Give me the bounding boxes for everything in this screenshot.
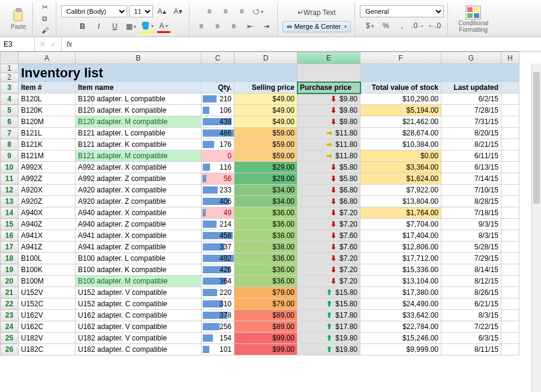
cell-total[interactable]: $0.00 [360,150,441,162]
col-header-C[interactable]: C [202,52,235,64]
cell-date[interactable]: 8/12/15 [441,276,501,287]
cell-item[interactable]: U152C [19,298,76,310]
cell-sell[interactable]: $36.00 [235,219,297,230]
cell-buy[interactable]: ➡ $11.80 [297,139,360,150]
row-header-8[interactable]: 8 [1,139,19,150]
row-header-15[interactable]: 15 [1,219,19,230]
cell-empty[interactable] [501,116,519,128]
cell-total[interactable]: $3,364.00 [360,162,441,173]
cell-date[interactable]: 7/28/15 [441,105,501,116]
cell-qty[interactable]: 492 [202,253,235,264]
cell-sell[interactable]: $49.00 [235,94,297,105]
underline-button[interactable]: U [108,20,122,33]
align-right-icon[interactable]: ≡ [227,20,241,33]
row-header-18[interactable]: 18 [1,253,19,264]
cell-F1[interactable] [360,64,519,82]
cell-sell[interactable]: $29.00 [235,162,297,173]
cell-date[interactable]: 8/20/15 [441,128,501,139]
cell-total[interactable]: $5,194.00 [360,105,441,116]
vertical-scrollbar[interactable] [531,64,541,392]
cell-empty[interactable] [501,264,519,276]
decrease-indent-icon[interactable]: ⇤ [243,20,257,33]
conditional-formatting-button[interactable]: Conditional Formatting [453,4,494,34]
cell-buy[interactable]: ⬇ $6.80 [297,185,360,196]
cell-empty[interactable] [501,207,519,219]
cell-total[interactable]: $28,674.00 [360,128,441,139]
cell-item[interactable]: B100M [19,276,76,287]
cell-item[interactable]: B120L [19,94,76,105]
cell-date[interactable]: 8/21/15 [441,139,501,150]
cell-date[interactable]: 6/13/15 [441,162,501,173]
row-header-16[interactable]: 16 [1,230,19,242]
hdr-date[interactable]: Last updated [441,82,501,94]
cell-sell[interactable]: $38.00 [235,230,297,242]
col-header-B[interactable]: B [76,52,202,64]
cell-item[interactable]: A940Z [19,219,76,230]
cell-qty[interactable]: 337 [202,242,235,253]
cell-qty[interactable]: 233 [202,185,235,196]
cell-name[interactable]: B120 adapter. M compatible [76,116,202,128]
cell-name[interactable]: A940 adapter. Z compatible [76,219,202,230]
row-header-20[interactable]: 20 [1,276,19,287]
cell-date[interactable]: 8/3/15 [441,310,501,321]
cell-buy[interactable]: ⬇ $5.80 [297,173,360,185]
number-format-select[interactable]: General [360,5,444,17]
cell-empty[interactable] [501,150,519,162]
col-header-F[interactable]: F [360,52,441,64]
cell-empty[interactable] [501,310,519,321]
cut-icon[interactable]: ✂ [38,2,52,12]
cell-name[interactable]: U152 adapter. C compatible [76,298,202,310]
row-header-14[interactable]: 14 [1,207,19,219]
increase-decimal-icon[interactable]: .0→ [411,19,425,32]
cell-buy[interactable]: ⬆ $15.80 [297,298,360,310]
cell-date[interactable]: 8/14/15 [441,264,501,276]
cell-buy[interactable]: ⬆ $15.80 [297,287,360,298]
cell-qty[interactable]: 458 [202,230,235,242]
cell-total[interactable]: $22,784.00 [360,321,441,333]
cell-sell[interactable]: $34.00 [235,196,297,207]
cell-qty[interactable]: 364 [202,276,235,287]
select-all-corner[interactable] [1,52,19,64]
cell-empty[interactable] [501,287,519,298]
hdr-sell[interactable]: Selling price [235,82,297,94]
cell-date[interactable]: 7/29/15 [441,253,501,264]
decrease-decimal-icon[interactable]: ←.0 [427,19,441,32]
cell-total[interactable]: $9,999.00 [360,344,441,355]
cell-name[interactable]: U152 adapter. V compatible [76,287,202,298]
cell-name[interactable]: U162 adapter. C compatible [76,310,202,321]
cell-name[interactable]: B121 adapter. M compatible [76,150,202,162]
increase-indent-icon[interactable]: ⇥ [259,20,273,33]
cell-item[interactable]: U152V [19,287,76,298]
cell-qty[interactable]: 210 [202,94,235,105]
cell-empty[interactable] [501,276,519,287]
cancel-formula-icon[interactable]: ✕ [40,40,46,49]
row-header-11[interactable]: 11 [1,173,19,185]
cell-item[interactable]: A941Z [19,242,76,253]
cell-qty[interactable]: 49 [202,207,235,219]
col-header-A[interactable]: A [19,52,76,64]
cell-total[interactable]: $10,384.00 [360,139,441,150]
align-top-icon[interactable]: ≡ [202,5,217,18]
row-header-9[interactable]: 9 [1,150,19,162]
cell-empty[interactable] [501,185,519,196]
font-size-select[interactable]: 11 [129,5,153,17]
cell-item[interactable]: A992Z [19,173,76,185]
wrap-text-button[interactable]: ↵ Wrap Text [294,6,339,19]
cell-qty[interactable]: 426 [202,264,235,276]
cell-total[interactable]: $1,624.00 [360,173,441,185]
cell-qty[interactable]: 106 [202,105,235,116]
cell-item[interactable]: A920X [19,185,76,196]
cell-total[interactable]: $24,490.00 [360,298,441,310]
cell-date[interactable]: 6/3/15 [441,333,501,344]
cell-qty[interactable]: 214 [202,219,235,230]
cell-qty[interactable]: 56 [202,173,235,185]
align-center-icon[interactable]: ≡ [211,20,225,33]
cell-sell[interactable]: $36.00 [235,276,297,287]
cell-name[interactable]: B120 adapter. K compatible [76,105,202,116]
row-header-22[interactable]: 22 [1,298,19,310]
cell-name[interactable]: A940 adapter. X compatible [76,207,202,219]
cell-date[interactable]: 8/26/15 [441,287,501,298]
row-header-10[interactable]: 10 [1,162,19,173]
scrollbar-thumb[interactable] [533,72,540,204]
cell-total[interactable]: $33,642.00 [360,310,441,321]
